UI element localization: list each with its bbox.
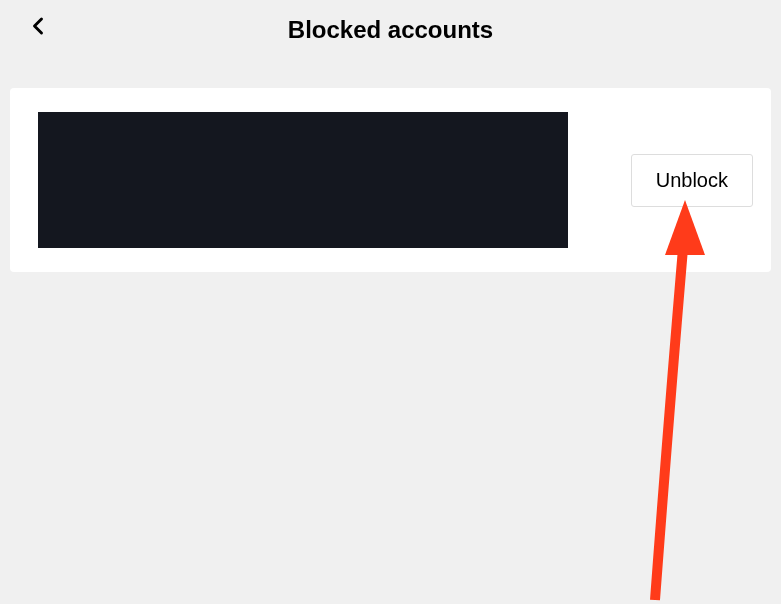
account-info-redacted (38, 112, 568, 248)
header-bar: Blocked accounts (0, 0, 781, 60)
page-title: Blocked accounts (16, 16, 765, 44)
blocked-account-row: Unblock (10, 88, 771, 272)
chevron-left-icon (24, 12, 52, 40)
back-button[interactable] (24, 12, 52, 40)
unblock-button[interactable]: Unblock (631, 154, 753, 207)
